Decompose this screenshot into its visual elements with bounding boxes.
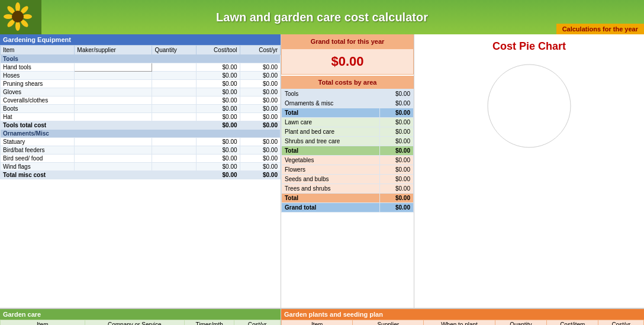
table-row: Statuary $0.00 $0.00 [1,138,281,146]
totals-table: Tools $0.00 Ornaments & misc $0.00 Total… [281,89,414,213]
cost-yr-cell: $0.00 [240,63,280,72]
table-row: Bird/bat feeders $0.00 $0.00 [1,146,281,155]
col-cost-item: Cost/item [547,320,598,326]
tools-total-row: Tools total cost $0.00 $0.00 [1,121,281,130]
svg-point-6 [15,21,20,31]
table-row: Pruning shears $0.00 $0.00 [1,80,281,88]
col-qty: Quantity [152,46,196,55]
totals-row: Flowers $0.00 [282,165,414,175]
pie-chart-panel: Cost Pie Chart [414,34,644,308]
qty-cell[interactable] [152,72,196,80]
col-maker: Maker/supplier [75,46,152,55]
garden-care-section: Garden care Item Company or Service Time… [0,309,281,325]
col-cost-yr: Cost/yr [240,46,280,55]
item-name: Hoses [1,72,75,80]
totals-row: Trees and shrubs $0.00 [282,184,414,194]
qty-input-field[interactable] [154,64,193,70]
totals-row: Seeds and bulbs $0.00 [282,175,414,184]
col-item: Item [1,46,75,55]
quantity-cell[interactable] [152,63,196,72]
grand-total-panel: Grand total for this year $0.00 Total co… [281,34,414,308]
totals-row: Ornaments & misc $0.00 [282,99,414,108]
pie-chart-svg [482,59,577,153]
table-row: Bird seed/ food $0.00 $0.00 [1,155,281,163]
col-item: Item [282,320,353,326]
header: Lawn and garden care cost calculator Cal… [0,0,644,34]
totals-row: Tools $0.00 [282,89,414,99]
totals-subtotal-row: Total $0.00 [282,108,414,118]
header-title: Lawn and garden care cost calculator [216,11,428,24]
maker-cell[interactable] [75,72,152,80]
col-supplier: Supplier [353,320,424,326]
table-row: Hat $0.00 $0.00 [1,113,281,121]
bottom-row: Garden care Item Company or Service Time… [0,308,644,325]
svg-point-8 [4,14,13,19]
gardening-equipment-header: Gardening Equipment [0,34,281,45]
totals-subtotal-row: Total $0.00 [282,194,414,203]
table-row: Hand tools $0.00 $0.00 [1,63,281,72]
totals-row: Plant and bed care $0.00 [282,127,414,137]
svg-point-11 [488,65,571,147]
svg-point-2 [15,2,20,12]
grand-total-value: $0.00 [281,49,414,75]
sunflower-icon [0,0,41,34]
svg-point-10 [12,11,24,22]
col-item: Item [1,320,85,326]
maker-input-field[interactable] [77,64,149,70]
col-cost-tool: Cost/tool [196,46,240,55]
svg-point-4 [22,14,32,19]
ornaments-group-header: Ornaments/Misc [1,130,281,138]
cost-tool-cell: $0.00 [196,63,240,72]
equipment-table: Item Maker/supplier Quantity Cost/tool C… [0,45,281,179]
garden-plants-header: Garden plants and seeding plan [281,309,644,320]
maker-input[interactable] [75,63,152,72]
garden-care-header: Garden care [0,309,281,320]
grand-total-header: Grand total for this year [281,34,414,49]
tools-group-header: Tools [1,55,281,63]
col-cost-yr: Cost/yr [598,320,644,326]
grand-total-row: Grand total $0.00 [282,203,414,213]
garden-care-table: Item Company or Service Times/mth Cost/y… [0,320,281,325]
table-row: Boots $0.00 $0.00 [1,105,281,113]
col-times: Times/mth [185,320,234,326]
totals-row: Shrubs and tree care $0.00 [282,137,414,146]
col-when: When to plant [424,320,495,326]
gardening-equipment-panel: Gardening Equipment Item Maker/supplier … [0,34,281,308]
table-row: Coveralls/clothes $0.00 $0.00 [1,96,281,105]
col-cost-yr: Cost/yr [234,320,281,326]
pie-chart-title: Cost Pie Chart [492,40,566,53]
totals-row: Lawn care $0.00 [282,118,414,127]
main-content: Gardening Equipment Item Maker/supplier … [0,34,644,308]
garden-plants-section: Garden plants and seeding plan Item Supp… [281,309,644,325]
table-row: Hoses $0.00 $0.00 [1,72,281,80]
table-row: Wind flags $0.00 $0.00 [1,163,281,171]
col-company: Company or Service [85,320,184,326]
total-costs-header: Total costs by area [281,76,414,89]
calc-year-badge: Calculations for the year [556,24,644,34]
table-row: Gloves $0.00 $0.00 [1,88,281,96]
item-name: Hand tools [1,63,75,72]
misc-total-row: Total misc cost $0.00 $0.00 [1,171,281,179]
col-qty: Quantity [495,320,546,326]
plants-table: Item Supplier When to plant Quantity Cos… [281,320,644,325]
totals-subtotal-row: Total $0.00 [282,146,414,156]
totals-row: Vegetables $0.00 [282,156,414,165]
